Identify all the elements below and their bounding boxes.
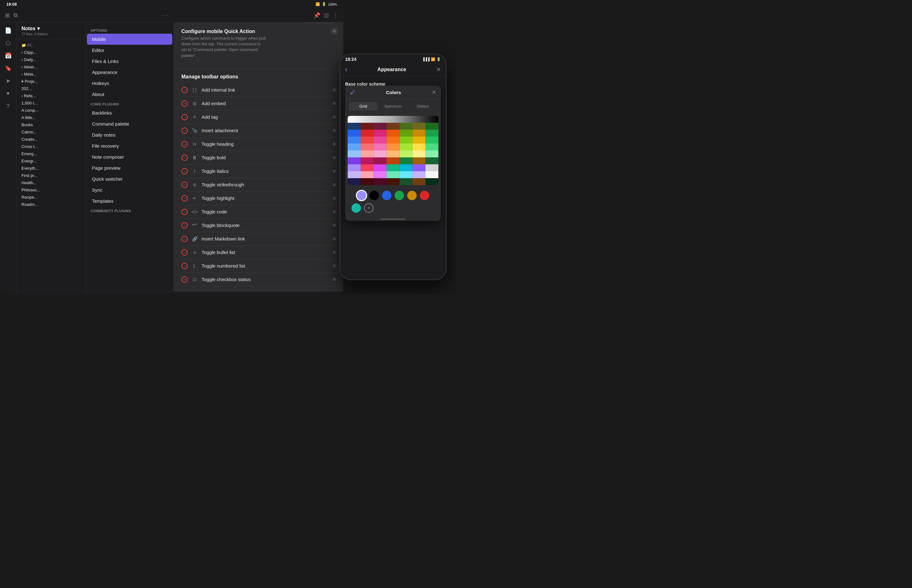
drag-handle[interactable]: ≡ — [333, 250, 336, 255]
remove-button[interactable]: − — [181, 141, 188, 147]
settings-item-files-links[interactable]: Files & Links — [87, 56, 172, 67]
list-item[interactable]: A comp... — [16, 107, 85, 114]
settings-item-page-preview[interactable]: Page preview — [87, 162, 172, 173]
drag-handle[interactable]: ≡ — [333, 182, 336, 187]
drag-handle[interactable]: ≡ — [333, 277, 336, 282]
list-item[interactable]: Roadm... — [16, 201, 85, 208]
list-item[interactable]: A little... — [16, 114, 85, 121]
tab-grid[interactable]: Grid — [349, 102, 378, 110]
swatch-purple[interactable] — [357, 191, 366, 200]
remove-button[interactable]: − — [181, 209, 188, 215]
configure-button[interactable]: Configure — [304, 23, 336, 23]
swatch-teal[interactable] — [351, 204, 361, 213]
drag-handle[interactable]: ≡ — [333, 263, 336, 269]
add-swatch-button[interactable]: + — [364, 204, 374, 213]
list-item[interactable]: Philosoc... — [16, 186, 85, 194]
sidebar-files-icon[interactable]: 📄 — [3, 25, 14, 36]
list-item[interactable]: Recipe... — [16, 194, 85, 201]
settings-item-note-composer[interactable]: Note composer — [87, 152, 172, 162]
list-item[interactable]: › Clipp... — [16, 49, 85, 56]
swatch-green[interactable] — [395, 191, 404, 200]
list-item[interactable]: › Daily... — [16, 56, 85, 63]
list-item[interactable]: Calmn... — [16, 128, 85, 136]
drag-handle[interactable]: ≡ — [333, 141, 336, 147]
sidebar-dropdown-icon[interactable]: ▾ — [37, 26, 40, 31]
settings-item-command-palette[interactable]: Command palette — [87, 118, 172, 129]
remove-button[interactable]: − — [181, 222, 188, 229]
list-item[interactable]: 1,000 t... — [16, 100, 85, 107]
sidebar-arrow-icon[interactable]: ➤ — [3, 75, 14, 87]
settings-close-button[interactable]: ✕ — [331, 27, 338, 35]
settings-item-file-recovery[interactable]: File recovery — [87, 141, 172, 152]
drag-handle[interactable]: ≡ — [333, 223, 336, 228]
drag-handle[interactable]: ≡ — [333, 209, 336, 215]
settings-item-mobile[interactable]: Mobile — [87, 34, 172, 45]
remove-button[interactable]: − — [181, 195, 188, 202]
remove-button[interactable]: − — [181, 100, 188, 107]
swatch-red[interactable] — [420, 191, 429, 200]
drag-handle[interactable]: ≡ — [333, 114, 336, 120]
sidebar-graph-icon[interactable]: ⬡ — [3, 37, 14, 49]
list-item[interactable]: Health... — [16, 179, 85, 186]
remove-button[interactable]: − — [181, 236, 188, 242]
settings-item-hotkeys[interactable]: Hotkeys — [87, 78, 172, 89]
color-grid[interactable] — [348, 116, 438, 185]
more-icon[interactable]: ⋮ — [333, 12, 338, 19]
sidebar-settings-icon[interactable]: ⚙ — [3, 293, 14, 294]
list-item[interactable]: 📁 Fil... — [16, 42, 85, 49]
tab-sliders[interactable]: Sliders — [408, 102, 437, 110]
settings-item-backlinks[interactable]: Backlinks — [87, 107, 172, 118]
folder-icon[interactable]: 📁 — [178, 293, 190, 294]
drag-handle[interactable]: ≡ — [333, 168, 336, 174]
remove-button[interactable]: − — [181, 263, 188, 269]
list-item[interactable]: › Meta... — [16, 71, 85, 78]
tab-spectrum[interactable]: Spectrum — [379, 102, 407, 110]
drag-handle[interactable]: ≡ — [333, 236, 336, 242]
sort-icon[interactable]: ⇅ — [241, 293, 251, 294]
colors-close-button[interactable]: ✕ — [432, 89, 436, 95]
list-item[interactable]: › Ideas... — [16, 63, 85, 71]
edit-icon[interactable]: ✏ — [118, 293, 127, 294]
settings-item-editor[interactable]: Editor — [87, 45, 172, 56]
settings-item-quick-switcher[interactable]: Quick switcher — [87, 173, 172, 184]
drag-handle[interactable]: ≡ — [333, 195, 336, 201]
sidebar-toggle-icon[interactable]: ⊞ — [5, 12, 10, 19]
remove-button[interactable]: − — [181, 155, 188, 161]
sidebar-help-icon[interactable]: ? — [3, 100, 14, 112]
drag-handle[interactable]: ≡ — [333, 87, 336, 93]
swatch-blue[interactable] — [382, 191, 391, 200]
list-item[interactable]: ▾ Proje... — [16, 78, 85, 85]
back-button[interactable]: ‹ — [345, 65, 348, 74]
list-item[interactable]: Evergr... — [16, 157, 85, 165]
remove-button[interactable]: − — [181, 168, 188, 174]
settings-item-appearance[interactable]: Appearance — [87, 67, 172, 78]
settings-item-daily-notes[interactable]: Daily notes — [87, 129, 172, 141]
list-item[interactable]: Cross t... — [16, 143, 85, 150]
remove-button[interactable]: − — [181, 249, 188, 255]
list-item[interactable]: First pr... — [16, 172, 85, 179]
drag-handle[interactable]: ≡ — [333, 155, 336, 160]
drag-handle[interactable]: ≡ — [333, 101, 336, 107]
list-item[interactable]: Emerg... — [16, 150, 85, 157]
sidebar-bookmark-icon[interactable]: 🔖 — [3, 63, 14, 74]
settings-item-about[interactable]: About — [87, 89, 172, 100]
list-item[interactable]: 202... — [16, 85, 85, 92]
sidebar-calendar-icon[interactable]: 📅 — [3, 50, 14, 61]
list-item[interactable]: Books — [16, 121, 85, 128]
remove-button[interactable]: − — [181, 114, 188, 120]
settings-item-sync[interactable]: Sync — [87, 184, 172, 195]
swatch-black[interactable] — [369, 191, 379, 200]
pin-icon[interactable]: 📌 — [313, 12, 320, 19]
list-item[interactable]: Creativ... — [16, 136, 85, 143]
list-item[interactable]: › Refe... — [16, 92, 85, 100]
close-icon[interactable]: ✕ — [302, 293, 312, 294]
sidebar-star-icon[interactable]: ✦ — [3, 88, 14, 99]
appearance-close-button[interactable]: ✕ — [436, 66, 441, 73]
list-item[interactable]: Everyth... — [16, 165, 85, 172]
split-view-icon[interactable]: ⧉ — [13, 12, 18, 19]
settings-item-templates[interactable]: Templates — [87, 195, 172, 207]
remove-button[interactable]: − — [181, 276, 188, 283]
remove-button[interactable]: − — [181, 182, 188, 188]
remove-button[interactable]: − — [181, 87, 188, 93]
drag-handle[interactable]: ≡ — [333, 128, 336, 134]
